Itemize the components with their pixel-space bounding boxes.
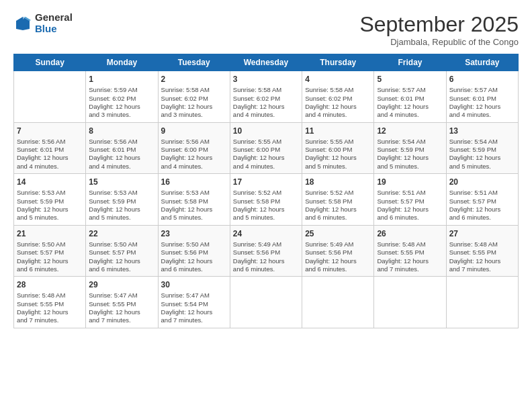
day-number: 5 bbox=[377, 74, 443, 85]
calendar-subtitle: Djambala, Republic of the Congo bbox=[359, 37, 519, 47]
cell-w0-d2: 2Sunrise: 5:58 AM Sunset: 6:02 PM Daylig… bbox=[158, 71, 230, 123]
day-number: 22 bbox=[89, 228, 154, 239]
cell-w3-d6: 27Sunrise: 5:48 AM Sunset: 5:55 PM Dayli… bbox=[446, 225, 518, 277]
week-row-2: 14Sunrise: 5:53 AM Sunset: 5:59 PM Dayli… bbox=[14, 174, 519, 226]
cell-w1-d4: 11Sunrise: 5:55 AM Sunset: 6:00 PM Dayli… bbox=[302, 122, 374, 174]
cell-w3-d2: 23Sunrise: 5:50 AM Sunset: 5:56 PM Dayli… bbox=[158, 225, 230, 277]
header-row: Sunday Monday Tuesday Wednesday Thursday… bbox=[14, 54, 519, 71]
day-number: 15 bbox=[89, 177, 154, 187]
day-number: 27 bbox=[449, 228, 515, 239]
day-info: Sunrise: 5:50 AM Sunset: 5:57 PM Dayligh… bbox=[17, 240, 83, 273]
day-info: Sunrise: 5:50 AM Sunset: 5:57 PM Dayligh… bbox=[89, 240, 154, 273]
day-number: 26 bbox=[377, 228, 443, 239]
cell-w4-d3 bbox=[230, 277, 302, 328]
day-info: Sunrise: 5:50 AM Sunset: 5:56 PM Dayligh… bbox=[161, 240, 227, 273]
cell-w1-d1: 8Sunrise: 5:56 AM Sunset: 6:01 PM Daylig… bbox=[86, 122, 158, 174]
day-number: 7 bbox=[17, 126, 83, 136]
cell-w2-d6: 20Sunrise: 5:51 AM Sunset: 5:57 PM Dayli… bbox=[446, 174, 518, 226]
day-number: 3 bbox=[233, 74, 299, 85]
cell-w1-d0: 7Sunrise: 5:56 AM Sunset: 6:01 PM Daylig… bbox=[14, 122, 86, 174]
day-number: 19 bbox=[377, 177, 443, 187]
day-info: Sunrise: 5:56 AM Sunset: 6:01 PM Dayligh… bbox=[17, 138, 83, 171]
header-thursday: Thursday bbox=[302, 54, 374, 71]
day-number: 2 bbox=[161, 74, 227, 85]
cell-w0-d1: 1Sunrise: 5:59 AM Sunset: 6:02 PM Daylig… bbox=[86, 71, 158, 123]
day-info: Sunrise: 5:52 AM Sunset: 5:58 PM Dayligh… bbox=[233, 189, 299, 222]
header-tuesday: Tuesday bbox=[158, 54, 230, 71]
day-number: 16 bbox=[161, 177, 227, 187]
header-friday: Friday bbox=[374, 54, 446, 71]
header: General Blue September 2025 Djambala, Re… bbox=[13, 12, 519, 47]
cell-w2-d4: 18Sunrise: 5:52 AM Sunset: 5:58 PM Dayli… bbox=[302, 174, 374, 226]
day-info: Sunrise: 5:51 AM Sunset: 5:57 PM Dayligh… bbox=[377, 189, 443, 222]
cell-w3-d0: 21Sunrise: 5:50 AM Sunset: 5:57 PM Dayli… bbox=[14, 225, 86, 277]
day-info: Sunrise: 5:58 AM Sunset: 6:02 PM Dayligh… bbox=[161, 86, 227, 119]
logo: General Blue bbox=[13, 12, 73, 34]
day-info: Sunrise: 5:54 AM Sunset: 5:59 PM Dayligh… bbox=[377, 138, 443, 171]
day-number: 18 bbox=[305, 177, 371, 187]
day-info: Sunrise: 5:56 AM Sunset: 6:00 PM Dayligh… bbox=[161, 138, 227, 171]
day-number: 6 bbox=[449, 74, 515, 85]
day-number: 20 bbox=[449, 177, 515, 187]
cell-w4-d4 bbox=[302, 277, 374, 328]
day-number: 12 bbox=[377, 126, 443, 136]
day-info: Sunrise: 5:48 AM Sunset: 5:55 PM Dayligh… bbox=[377, 240, 443, 273]
day-number: 13 bbox=[449, 126, 515, 136]
day-info: Sunrise: 5:58 AM Sunset: 6:02 PM Dayligh… bbox=[233, 86, 299, 119]
week-row-3: 21Sunrise: 5:50 AM Sunset: 5:57 PM Dayli… bbox=[14, 225, 519, 277]
week-row-0: 1Sunrise: 5:59 AM Sunset: 6:02 PM Daylig… bbox=[14, 71, 519, 123]
day-number: 29 bbox=[89, 279, 154, 290]
cell-w0-d3: 3Sunrise: 5:58 AM Sunset: 6:02 PM Daylig… bbox=[230, 71, 302, 123]
day-number: 25 bbox=[305, 228, 371, 239]
day-info: Sunrise: 5:49 AM Sunset: 5:56 PM Dayligh… bbox=[233, 240, 299, 273]
day-number: 4 bbox=[305, 74, 371, 85]
cell-w1-d2: 9Sunrise: 5:56 AM Sunset: 6:00 PM Daylig… bbox=[158, 122, 230, 174]
day-info: Sunrise: 5:55 AM Sunset: 6:00 PM Dayligh… bbox=[233, 138, 299, 171]
cell-w2-d0: 14Sunrise: 5:53 AM Sunset: 5:59 PM Dayli… bbox=[14, 174, 86, 226]
cell-w0-d6: 6Sunrise: 5:57 AM Sunset: 6:01 PM Daylig… bbox=[446, 71, 518, 123]
cell-w0-d4: 4Sunrise: 5:58 AM Sunset: 6:02 PM Daylig… bbox=[302, 71, 374, 123]
cell-w3-d5: 26Sunrise: 5:48 AM Sunset: 5:55 PM Dayli… bbox=[374, 225, 446, 277]
cell-w3-d3: 24Sunrise: 5:49 AM Sunset: 5:56 PM Dayli… bbox=[230, 225, 302, 277]
logo-text: General Blue bbox=[35, 12, 73, 34]
logo-icon bbox=[13, 14, 32, 33]
day-info: Sunrise: 5:56 AM Sunset: 6:01 PM Dayligh… bbox=[89, 138, 154, 171]
logo-general-text: General bbox=[35, 12, 73, 24]
cell-w4-d1: 29Sunrise: 5:47 AM Sunset: 5:55 PM Dayli… bbox=[86, 277, 158, 328]
day-info: Sunrise: 5:52 AM Sunset: 5:58 PM Dayligh… bbox=[305, 189, 371, 222]
day-info: Sunrise: 5:57 AM Sunset: 6:01 PM Dayligh… bbox=[449, 86, 515, 119]
day-info: Sunrise: 5:59 AM Sunset: 6:02 PM Dayligh… bbox=[89, 86, 154, 119]
cell-w1-d6: 13Sunrise: 5:54 AM Sunset: 5:59 PM Dayli… bbox=[446, 122, 518, 174]
day-info: Sunrise: 5:53 AM Sunset: 5:59 PM Dayligh… bbox=[89, 189, 154, 222]
header-wednesday: Wednesday bbox=[230, 54, 302, 71]
calendar-title: September 2025 bbox=[359, 12, 519, 37]
day-number: 10 bbox=[233, 126, 299, 136]
week-row-4: 28Sunrise: 5:48 AM Sunset: 5:55 PM Dayli… bbox=[14, 277, 519, 328]
day-number: 28 bbox=[17, 279, 83, 290]
logo-blue-text: Blue bbox=[35, 24, 73, 35]
day-info: Sunrise: 5:58 AM Sunset: 6:02 PM Dayligh… bbox=[305, 86, 371, 119]
day-info: Sunrise: 5:48 AM Sunset: 5:55 PM Dayligh… bbox=[17, 291, 83, 324]
cell-w0-d0 bbox=[14, 71, 86, 123]
day-info: Sunrise: 5:53 AM Sunset: 5:58 PM Dayligh… bbox=[161, 189, 227, 222]
cell-w0-d5: 5Sunrise: 5:57 AM Sunset: 6:01 PM Daylig… bbox=[374, 71, 446, 123]
cell-w2-d2: 16Sunrise: 5:53 AM Sunset: 5:58 PM Dayli… bbox=[158, 174, 230, 226]
cell-w4-d6 bbox=[446, 277, 518, 328]
week-row-1: 7Sunrise: 5:56 AM Sunset: 6:01 PM Daylig… bbox=[14, 122, 519, 174]
calendar-table: Sunday Monday Tuesday Wednesday Thursday… bbox=[13, 54, 519, 328]
cell-w2-d5: 19Sunrise: 5:51 AM Sunset: 5:57 PM Dayli… bbox=[374, 174, 446, 226]
day-number: 30 bbox=[161, 279, 227, 290]
cell-w2-d3: 17Sunrise: 5:52 AM Sunset: 5:58 PM Dayli… bbox=[230, 174, 302, 226]
cell-w4-d5 bbox=[374, 277, 446, 328]
header-sunday: Sunday bbox=[14, 54, 86, 71]
day-info: Sunrise: 5:48 AM Sunset: 5:55 PM Dayligh… bbox=[449, 240, 515, 273]
day-info: Sunrise: 5:51 AM Sunset: 5:57 PM Dayligh… bbox=[449, 189, 515, 222]
page: General Blue September 2025 Djambala, Re… bbox=[0, 0, 532, 411]
day-info: Sunrise: 5:54 AM Sunset: 5:59 PM Dayligh… bbox=[449, 138, 515, 171]
day-number: 8 bbox=[89, 126, 154, 136]
day-number: 17 bbox=[233, 177, 299, 187]
cell-w3-d4: 25Sunrise: 5:49 AM Sunset: 5:56 PM Dayli… bbox=[302, 225, 374, 277]
cell-w4-d0: 28Sunrise: 5:48 AM Sunset: 5:55 PM Dayli… bbox=[14, 277, 86, 328]
day-number: 14 bbox=[17, 177, 83, 187]
day-info: Sunrise: 5:47 AM Sunset: 5:55 PM Dayligh… bbox=[89, 291, 154, 324]
